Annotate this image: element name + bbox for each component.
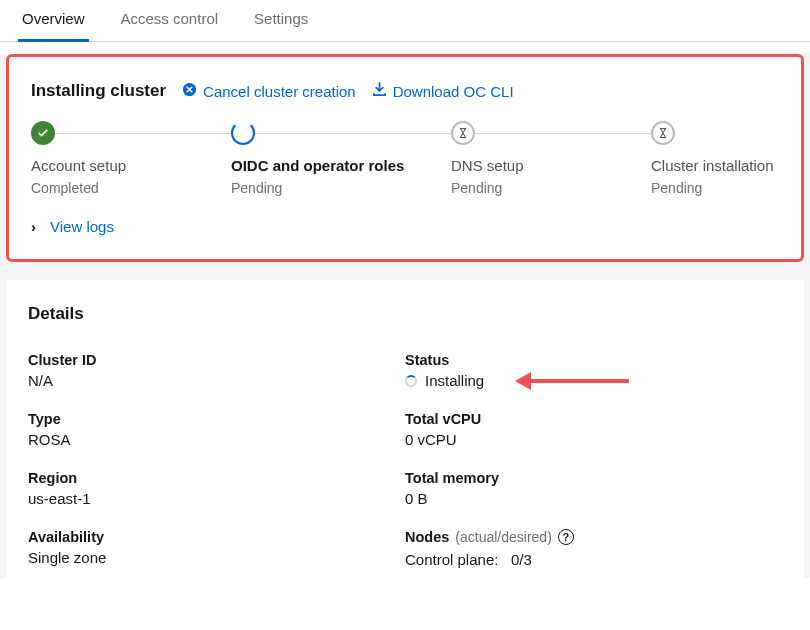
step-status: Completed: [31, 180, 99, 196]
step-cluster-install: Cluster installation Pending: [651, 121, 774, 196]
details-heading: Details: [28, 304, 782, 324]
view-logs-toggle[interactable]: › View logs: [31, 218, 779, 235]
nodes-label: Nodes: [405, 529, 449, 545]
tabs-bar: Overview Access control Settings: [0, 0, 810, 42]
download-oc-cli-label: Download OC CLI: [393, 83, 514, 100]
tab-settings[interactable]: Settings: [250, 0, 312, 41]
step-status: Pending: [451, 180, 502, 196]
check-icon: [31, 121, 55, 145]
control-plane-value: 0/3: [511, 551, 532, 568]
step-title: OIDC and operator roles: [231, 157, 404, 174]
status-value: Installing: [425, 372, 484, 389]
region-value: us-east-1: [28, 490, 405, 507]
field-vcpu: Total vCPU 0 vCPU: [405, 411, 782, 448]
vcpu-value: 0 vCPU: [405, 431, 782, 448]
hourglass-icon: [651, 121, 675, 145]
step-account-setup: Account setup Completed: [31, 121, 231, 196]
cancel-icon: [182, 82, 197, 100]
region-label: Region: [28, 470, 405, 486]
installing-cluster-panel: Installing cluster Cancel cluster creati…: [6, 54, 804, 262]
field-memory: Total memory 0 B: [405, 470, 782, 507]
field-status: Status Installing: [405, 352, 782, 389]
step-status: Pending: [231, 180, 282, 196]
step-title: DNS setup: [451, 157, 524, 174]
step-oidc-roles: OIDC and operator roles Pending: [231, 121, 451, 196]
field-type: Type ROSA: [28, 411, 405, 448]
tab-overview[interactable]: Overview: [18, 0, 89, 42]
cancel-cluster-link[interactable]: Cancel cluster creation: [182, 82, 356, 100]
progress-steps: Account setup Completed OIDC and operato…: [31, 121, 779, 196]
status-label: Status: [405, 352, 782, 368]
spinner-icon: [231, 121, 255, 145]
field-region: Region us-east-1: [28, 470, 405, 507]
memory-label: Total memory: [405, 470, 782, 486]
cluster-id-value: N/A: [28, 372, 405, 389]
spinner-icon: [405, 375, 417, 387]
hourglass-icon: [451, 121, 475, 145]
tab-access-control[interactable]: Access control: [117, 0, 223, 41]
help-icon[interactable]: ?: [558, 529, 574, 545]
step-dns-setup: DNS setup Pending: [451, 121, 651, 196]
download-icon: [372, 82, 387, 100]
memory-value: 0 B: [405, 490, 782, 507]
step-status: Pending: [651, 180, 702, 196]
field-nodes: Nodes (actual/desired) ? Control plane: …: [405, 529, 782, 568]
step-title: Cluster installation: [651, 157, 774, 174]
download-oc-cli-link[interactable]: Download OC CLI: [372, 82, 514, 100]
installing-title: Installing cluster: [31, 81, 166, 101]
control-plane-label: Control plane:: [405, 551, 498, 568]
field-availability: Availability Single zone: [28, 529, 405, 566]
chevron-right-icon: ›: [31, 218, 36, 235]
details-panel: Details Cluster ID N/A Type ROSA Region …: [6, 280, 804, 578]
vcpu-label: Total vCPU: [405, 411, 782, 427]
type-label: Type: [28, 411, 405, 427]
view-logs-label: View logs: [50, 218, 114, 235]
cluster-id-label: Cluster ID: [28, 352, 405, 368]
field-cluster-id: Cluster ID N/A: [28, 352, 405, 389]
annotation-arrow: [515, 372, 629, 390]
type-value: ROSA: [28, 431, 405, 448]
cancel-cluster-label: Cancel cluster creation: [203, 83, 356, 100]
availability-value: Single zone: [28, 549, 405, 566]
availability-label: Availability: [28, 529, 405, 545]
nodes-paren: (actual/desired): [455, 529, 552, 545]
step-title: Account setup: [31, 157, 126, 174]
